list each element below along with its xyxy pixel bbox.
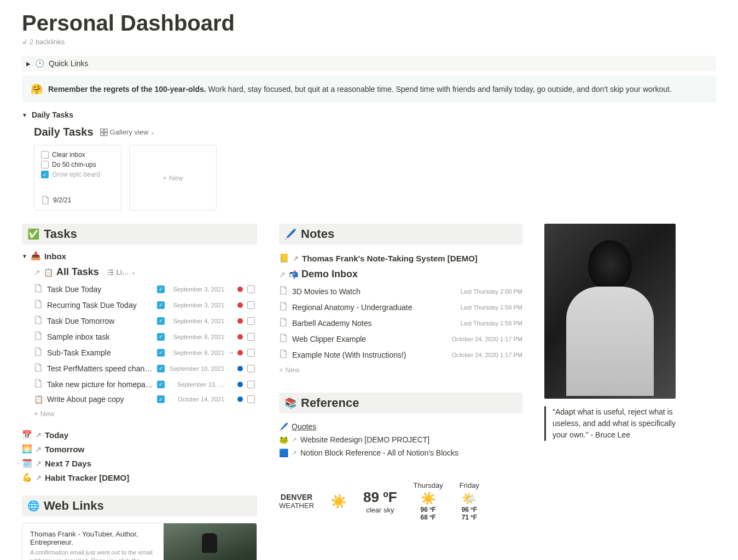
card-todo-row[interactable]: Do 50 chin-ups <box>41 161 114 168</box>
page-icon <box>34 300 47 310</box>
reference-emoji-icon: 🖊️ <box>279 422 288 431</box>
daily-tasks-toggle-label: Daily Tasks <box>32 110 73 119</box>
arrow-ne-icon: ↗ <box>293 254 299 262</box>
current-condition: clear sky <box>363 506 397 514</box>
new-card-button[interactable]: + New <box>129 145 217 211</box>
clipboard-emoji-icon: 📋 <box>44 268 53 277</box>
chevron-down-icon: ⌄ <box>131 269 136 275</box>
daily-task-card[interactable]: Clear inbox Do 50 chin-ups ✓ Grow epic b… <box>34 145 121 211</box>
note-date: Last Thursday 1:59 PM <box>460 304 522 311</box>
task-row[interactable]: Task Due Tomorrow✓September 4, 2021 <box>34 313 257 329</box>
quick-link[interactable]: 🌅↗Tomorrow <box>22 442 257 456</box>
checkbox-icon[interactable] <box>247 285 255 293</box>
task-row[interactable]: 📋Write About page copy✓October 14, 2021 <box>34 392 257 406</box>
page-icon <box>34 363 47 374</box>
checkbox-checked-icon[interactable]: ✓ <box>41 171 49 178</box>
arrow-ne-icon: ↗ <box>279 270 286 279</box>
all-tasks-link[interactable]: All Tasks <box>56 266 99 278</box>
reference-link[interactable]: 🐸↗Website Redesign [DEMO PROJECT] <box>279 433 522 446</box>
gallery-view-selector[interactable]: Gallery view ⌄ <box>100 128 155 136</box>
page-icon <box>279 349 292 360</box>
checkbox-icon[interactable] <box>247 365 255 372</box>
page-icon <box>34 316 47 326</box>
quick-links-toggle[interactable]: ▶ 🕑 Quick Links <box>22 56 716 71</box>
task-row[interactable]: Task Due Today✓September 3, 2021 <box>34 281 257 297</box>
globe-emoji-icon: 🌐 <box>27 500 39 512</box>
checkbox-checked-icon[interactable]: ✓ <box>157 301 165 309</box>
list-icon <box>107 269 114 276</box>
task-row[interactable]: Take new picture for homepage bac…✓Septe… <box>34 376 257 392</box>
bookmark-title: Thomas Frank - YouTuber, Author, Entrepr… <box>30 530 156 546</box>
checkbox-icon[interactable] <box>247 395 255 403</box>
checkbox-checked-icon[interactable]: ✓ <box>157 317 165 325</box>
page-icon <box>41 196 50 205</box>
page-icon <box>279 334 292 344</box>
reference-label: Quotes <box>292 422 316 431</box>
books-emoji-icon: 📚 <box>284 397 297 409</box>
notes-system-link[interactable]: 📒 ↗ Thomas Frank's Note-Taking System [D… <box>279 251 522 265</box>
weather-widget: DENVER WEATHER ☀️ 89 ºF clear sky Thursd… <box>279 481 522 521</box>
page-icon <box>279 318 292 328</box>
task-row[interactable]: Test PerfMatters speed changes✓September… <box>34 360 257 376</box>
backlinks-link[interactable]: ↳ 2 backlinks <box>22 38 716 46</box>
forecast-day: Friday 🌤️ 96 ºF 71 ºF <box>460 481 479 521</box>
priority-dot-icon <box>237 287 243 292</box>
quick-link[interactable]: 💪↗Habit Tracker [DEMO] <box>22 470 257 485</box>
daily-tasks-db-title[interactable]: Daily Tasks <box>34 126 94 138</box>
quicklink-emoji-icon: 💪 <box>22 472 32 482</box>
note-row[interactable]: Regional Anatomy - UndergraduateLast Thu… <box>279 299 522 315</box>
task-date: September 10, 2021 <box>167 365 228 372</box>
new-note-button[interactable]: + New <box>279 363 522 377</box>
inbox-toggle[interactable]: ▼ 📥 Inbox <box>22 251 257 261</box>
note-row[interactable]: Web Clipper ExampleOctober 24, 2020 1:17… <box>279 331 522 347</box>
daily-tasks-toggle[interactable]: ▼ Daily Tasks <box>22 108 716 121</box>
notes-heading: 🖊️ Notes <box>279 224 522 244</box>
task-emoji-icon: 📋 <box>34 395 43 404</box>
quick-link[interactable]: 📅↗Today <box>22 428 257 442</box>
new-task-button[interactable]: + New <box>22 406 257 421</box>
note-date: Last Thursday 1:59 PM <box>460 320 522 326</box>
note-row[interactable]: Barbell Academy NotesLast Thursday 1:59 … <box>279 315 522 331</box>
checkbox-icon[interactable] <box>247 349 255 357</box>
task-row[interactable]: Recurring Task Due Today✓September 3, 20… <box>34 297 257 313</box>
checkbox-checked-icon[interactable]: ✓ <box>157 365 165 372</box>
checkbox-icon[interactable] <box>41 151 49 159</box>
web-links-heading: 🌐 Web Links <box>22 495 257 516</box>
page-icon <box>279 302 292 312</box>
forecast-day: Thursday ☀️ 96 ºF 68 ºF <box>414 481 443 521</box>
checkbox-icon[interactable] <box>41 161 49 168</box>
dependency-icon: → <box>229 349 234 355</box>
checkbox-checked-icon[interactable]: ✓ <box>157 381 165 388</box>
page-icon <box>279 286 292 296</box>
checkbox-checked-icon[interactable]: ✓ <box>157 333 165 341</box>
bookmark-card[interactable]: Thomas Frank - YouTuber, Author, Entrepr… <box>22 523 257 560</box>
card-todo-row[interactable]: Clear inbox <box>41 151 114 159</box>
task-date: September 3, 2021 <box>167 286 228 293</box>
quicklink-label: Next 7 Days <box>45 459 91 468</box>
checkbox-checked-icon[interactable]: ✓ <box>157 285 165 293</box>
checkbox-checked-icon[interactable]: ✓ <box>157 395 165 403</box>
reference-link[interactable]: 🖊️Quotes <box>279 420 522 433</box>
note-name: Example Note (With Instructions!) <box>292 351 452 359</box>
arrow-ne-icon: ↗ <box>36 459 42 468</box>
priority-dot-icon <box>237 334 243 340</box>
checkbox-checked-icon[interactable]: ✓ <box>157 349 165 357</box>
checkbox-icon[interactable] <box>247 333 255 341</box>
task-row[interactable]: Sub-Task Example✓September 8, 2021→ <box>34 345 257 360</box>
demo-inbox-link[interactable]: Demo Inbox <box>301 269 358 280</box>
checkbox-icon[interactable] <box>247 301 255 309</box>
callout-text: Remember the regrets of the 100-year-old… <box>48 85 672 94</box>
plus-icon: + <box>162 174 167 182</box>
list-view-selector[interactable]: Li… ⌄ <box>107 268 136 276</box>
note-row[interactable]: 3D Movies to WatchLast Thursday 2:00 PM <box>279 283 522 299</box>
note-date: October 24, 2020 1:17 PM <box>452 352 522 358</box>
task-row[interactable]: Sample inbox task✓September 8, 2021 <box>34 329 257 345</box>
reference-link[interactable]: 🟦↗Notion Block Reference - All of Notion… <box>279 446 522 459</box>
tasks-heading: ✅ Tasks <box>22 224 257 244</box>
card-todo-row[interactable]: ✓ Grow epic beard <box>41 171 114 178</box>
checkbox-icon[interactable] <box>247 317 255 325</box>
quick-link[interactable]: 🗓️↗Next 7 Days <box>22 456 257 470</box>
quicklink-label: Habit Tracker [DEMO] <box>45 473 129 482</box>
checkbox-icon[interactable] <box>247 381 255 388</box>
note-row[interactable]: Example Note (With Instructions!)October… <box>279 347 522 363</box>
